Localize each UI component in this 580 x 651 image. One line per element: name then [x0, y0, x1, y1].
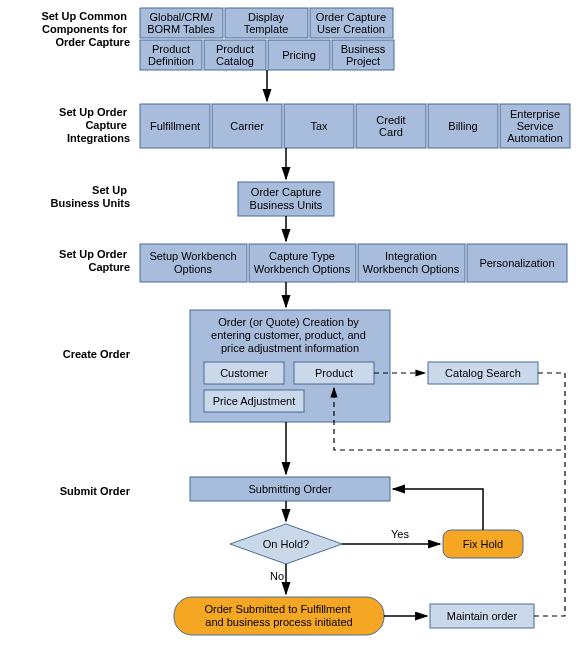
flow-diagram: Set Up Common Components for Order Captu… [0, 0, 580, 651]
label-yes: Yes [391, 528, 409, 540]
section-label-integrations: Set Up Order Capture Integrations [59, 106, 130, 144]
cell-billing-text: Billing [448, 120, 477, 132]
cell-user-creation-text: Order CaptureUser Creation [316, 11, 386, 35]
order-submitted-text: Order Submitted to Fulfillment and busin… [204, 603, 353, 628]
dashed-maintain-loop [534, 450, 565, 616]
label-no: No [270, 570, 284, 582]
section-label-order-capture: Set Up Order Capture [59, 248, 130, 273]
cell-global-crm-text: Global/CRM/BORM Tables [147, 11, 215, 35]
cell-product-catalog-text: ProductCatalog [216, 43, 254, 67]
row-setup-order-capture: Setup WorkbenchOptions Capture TypeWorkb… [140, 244, 567, 282]
create-customer-text: Customer [220, 367, 268, 379]
cell-tax-text: Tax [310, 120, 328, 132]
decision-onhold-text: On Hold? [263, 538, 309, 550]
section-label-create-order: Create Order [63, 348, 131, 360]
section-label-submit-order: Submit Order [60, 485, 131, 497]
cell-business-project-text: BusinessProject [341, 43, 386, 67]
cell-fulfillment-text: Fulfillment [150, 120, 200, 132]
section-label-common: Set Up Common Components for Order Captu… [41, 10, 130, 48]
submitting-order-text: Submitting Order [248, 483, 331, 495]
create-order-header: Order (or Quote) Creation by entering cu… [211, 316, 369, 354]
arrow-fixhold-back [393, 489, 483, 530]
cell-product-definition-text: ProductDefinition [148, 43, 194, 67]
create-product-text: Product [315, 367, 353, 379]
cell-personalization-text: Personalization [479, 257, 554, 269]
cell-pricing-text: Pricing [282, 49, 316, 61]
cell-carrier-text: Carrier [230, 120, 264, 132]
row-integrations: Fulfillment Carrier Tax CreditCard Billi… [140, 104, 570, 148]
maintain-order-text: Maintain order [447, 610, 518, 622]
catalog-search-text: Catalog Search [445, 367, 521, 379]
create-price-adjustment-text: Price Adjustment [213, 395, 296, 407]
row-common-components: Global/CRM/BORM Tables DisplayTemplate O… [140, 8, 394, 70]
cell-credit-card-text: CreditCard [376, 114, 405, 138]
section-label-business-units: Set Up Business Units [51, 184, 130, 209]
cell-display-template-text: DisplayTemplate [244, 11, 289, 35]
fix-hold-text: Fix Hold [463, 538, 503, 550]
cell-oc-business-units-text: Order CaptureBusiness Units [250, 186, 323, 211]
